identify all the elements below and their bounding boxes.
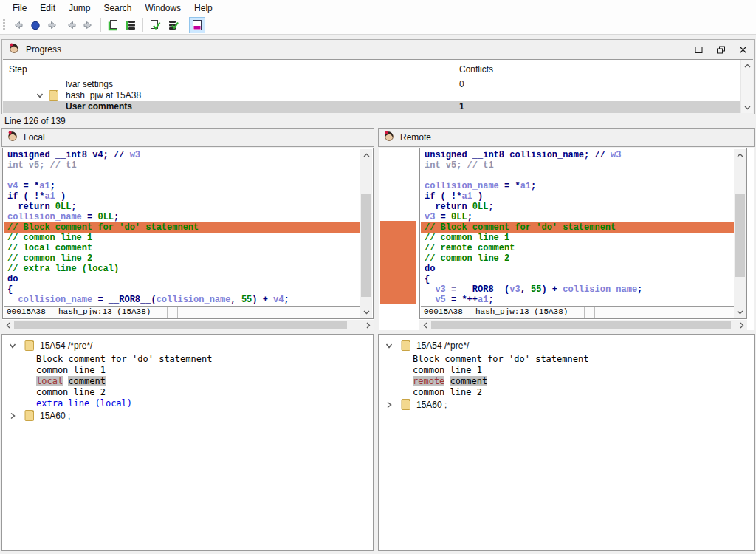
comment-line[interactable]: local comment: [2, 376, 373, 387]
scroll-up-icon[interactable]: [734, 149, 746, 160]
code-line[interactable]: v5 = *++a1;: [421, 295, 734, 305]
local-status-bar: 00015A38 hash_pjw:13 (15A38): [4, 306, 360, 318]
menu-windows[interactable]: Windows: [138, 1, 188, 15]
database-check-icon[interactable]: [165, 17, 181, 33]
code-line[interactable]: {: [4, 284, 360, 295]
comment-line[interactable]: common line 2: [2, 387, 373, 398]
chevron-down-icon[interactable]: [35, 91, 44, 102]
conflict-code-line[interactable]: // Block comment for 'do' statemnent: [4, 222, 360, 233]
code-line[interactable]: unsigned __int8 collision_name; // w3: [421, 150, 734, 160]
code-line[interactable]: do: [4, 274, 360, 284]
code-line[interactable]: [421, 171, 734, 181]
scroll-right-icon[interactable]: [736, 320, 747, 330]
chevron-right-icon[interactable]: [8, 411, 18, 420]
scroll-left-icon[interactable]: [2, 320, 13, 330]
tree-node[interactable]: 15A54 /*pre*/: [2, 339, 373, 352]
scroll-thumb[interactable]: [14, 321, 347, 329]
remote-status-bar: 00015A38 hash_pjw:13 (15A38): [421, 306, 734, 318]
progress-scrollbar[interactable]: [740, 60, 753, 113]
nav-forward-disabled-icon[interactable]: [45, 17, 61, 33]
database-green-icon[interactable]: [123, 17, 139, 33]
nav-forward-icon[interactable]: [80, 17, 97, 33]
menu-search[interactable]: Search: [97, 1, 138, 15]
scroll-up-icon[interactable]: [360, 149, 372, 160]
code-line[interactable]: if ( !*a1 ): [421, 191, 734, 202]
nav-back-icon[interactable]: [63, 17, 79, 33]
menu-edit[interactable]: Edit: [33, 1, 62, 15]
local-code-box[interactable]: unsigned __int8 v4; // w3int v5; // t1 v…: [2, 148, 374, 319]
menu-file[interactable]: File: [6, 1, 33, 15]
chevron-down-icon[interactable]: [385, 341, 395, 350]
remote-code-box[interactable]: unsigned __int8 collision_name; // w3int…: [419, 148, 747, 319]
comment-line[interactable]: extra line (local): [2, 398, 373, 409]
column-step[interactable]: Step: [9, 64, 27, 75]
code-line[interactable]: int v5; // t1: [4, 160, 360, 171]
scroll-right-icon[interactable]: [362, 320, 374, 330]
code-line[interactable]: collision_name = 0LL;: [4, 212, 360, 222]
code-line[interactable]: // remote comment: [421, 243, 734, 253]
current-location-icon[interactable]: [27, 17, 44, 33]
comment-line[interactable]: common line 1: [379, 365, 754, 376]
code-line[interactable]: // common line 1: [4, 233, 360, 243]
local-panel: unsigned __int8 v4; // w3int v5; // t1 v…: [2, 148, 374, 330]
code-line[interactable]: collision_name = __ROR8__(collision_name…: [4, 295, 360, 305]
code-line[interactable]: // common line 1: [421, 233, 734, 243]
maximize-button[interactable]: [687, 41, 709, 58]
code-line[interactable]: // local comment: [4, 243, 360, 253]
local-horizontal-scrollbar[interactable]: [2, 320, 374, 330]
comment-line[interactable]: Block comment for 'do' statemnent: [2, 354, 373, 365]
scroll-thumb[interactable]: [431, 321, 731, 329]
scroll-left-icon[interactable]: [419, 320, 430, 330]
local-vertical-scrollbar[interactable]: [360, 149, 372, 318]
code-line[interactable]: // common line 2: [4, 253, 360, 264]
restore-button[interactable]: [709, 41, 732, 58]
code-line[interactable]: do: [421, 264, 734, 274]
nav-back-disabled-icon[interactable]: [10, 17, 26, 33]
scroll-thumb[interactable]: [735, 194, 745, 277]
code-line[interactable]: // common line 2: [421, 253, 734, 264]
column-conflicts[interactable]: Conflicts: [459, 64, 493, 75]
remote-horizontal-scrollbar[interactable]: [419, 320, 747, 330]
code-line[interactable]: unsigned __int8 v4; // w3: [4, 150, 360, 160]
toolbar-drag-handle[interactable]: [3, 19, 5, 31]
remote-vertical-scrollbar[interactable]: [734, 149, 746, 318]
close-button[interactable]: [732, 41, 754, 58]
comment-line[interactable]: common line 1: [2, 365, 373, 376]
scroll-up-icon[interactable]: [741, 60, 753, 71]
code-line[interactable]: return 0LL;: [4, 202, 360, 212]
progress-row[interactable]: hash_pjw at 15A38: [3, 90, 741, 101]
comment-line[interactable]: common line 2: [379, 387, 754, 398]
progress-row[interactable]: User comments1: [3, 101, 741, 113]
scroll-thumb[interactable]: [361, 194, 371, 297]
ida-logo-icon: [7, 130, 18, 145]
menu-jump[interactable]: Jump: [62, 1, 97, 15]
code-line[interactable]: v3 = __ROR8__(v3, 55) + collision_name;: [421, 284, 734, 295]
tree-node[interactable]: 15A60 ;: [2, 409, 373, 422]
code-line[interactable]: if ( !*a1 ): [4, 191, 360, 202]
code-line[interactable]: v4 = *a1;: [4, 181, 360, 191]
merge-view-icon[interactable]: [189, 17, 205, 33]
scroll-down-icon[interactable]: [734, 307, 746, 318]
code-line[interactable]: return 0LL;: [421, 202, 734, 212]
tree-node-label: 15A60 ;: [40, 411, 70, 421]
progress-row[interactable]: lvar settings0: [3, 79, 741, 90]
comment-line[interactable]: remote comment: [379, 376, 754, 387]
menu-bar: FileEditJumpSearchWindowsHelp: [0, 0, 756, 16]
chevron-right-icon[interactable]: [385, 400, 395, 409]
code-line[interactable]: // extra line (local): [4, 264, 360, 274]
code-line[interactable]: int v5; // t1: [421, 160, 734, 171]
comment-line[interactable]: Block comment for 'do' statemnent: [379, 354, 754, 365]
tree-node[interactable]: 15A60 ;: [379, 398, 754, 411]
code-line[interactable]: v3 = 0LL;: [421, 212, 734, 222]
code-line[interactable]: collision_name = *a1;: [421, 181, 734, 191]
document-check-icon[interactable]: [147, 17, 163, 33]
tree-node[interactable]: 15A54 /*pre*/: [379, 339, 754, 352]
conflict-code-line[interactable]: // Block comment for 'do' statemnent: [421, 222, 734, 233]
chevron-down-icon[interactable]: [8, 341, 18, 350]
scroll-down-icon[interactable]: [360, 307, 372, 318]
scroll-down-icon[interactable]: [741, 102, 753, 113]
document-green-icon[interactable]: [105, 17, 121, 33]
menu-help[interactable]: Help: [188, 1, 219, 15]
code-line[interactable]: {: [421, 274, 734, 284]
code-line[interactable]: [4, 171, 360, 181]
